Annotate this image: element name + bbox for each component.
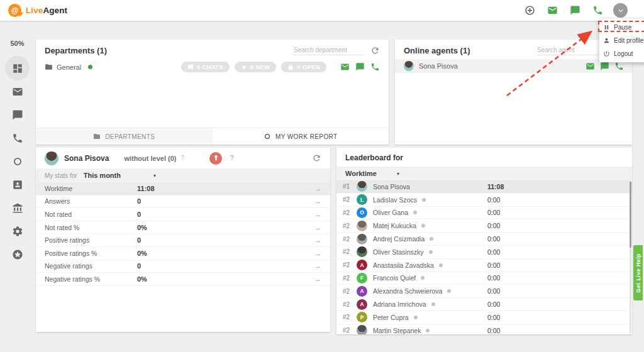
rank-badge — [209, 152, 222, 165]
top-header: @ LiveAgent — [0, 0, 644, 21]
usage-percent: 50% — [10, 40, 24, 47]
sidebar-item-billing[interactable] — [11, 202, 23, 214]
sidebar-item-chats[interactable] — [11, 109, 23, 121]
tab-departments[interactable]: DEPARTMENTS — [36, 128, 213, 145]
status-dot — [439, 263, 443, 267]
chat-icon — [12, 109, 23, 121]
stat-row[interactable]: Positive ratings 0 → — [36, 234, 330, 247]
bottom-tabs: DEPARTMENTS MY WORK REPORT — [36, 128, 389, 145]
menu-item-edit-profile[interactable]: Edit profile — [599, 34, 644, 47]
rank-label: #2 — [343, 327, 357, 334]
work-report-header: Sona Pisova without level (0) ? ? — [36, 148, 330, 168]
search-department-input[interactable] — [294, 45, 364, 55]
leaderboard-row[interactable]: #2 A Anastasiia Zavadska 0:00 — [336, 259, 632, 272]
stat-row[interactable]: Answers 0 → — [36, 195, 330, 209]
stat-value: 0 — [137, 236, 141, 244]
stat-row[interactable]: Not rated % 0% → — [36, 221, 330, 234]
avatar — [357, 325, 367, 334]
sidebar-item-upgrade[interactable] — [11, 248, 23, 260]
rank-label: #1 — [343, 183, 357, 190]
stat-row[interactable]: Negative ratings % 0% → — [36, 273, 330, 286]
menu-item-pause[interactable]: Pause — [599, 21, 644, 34]
badge-label: 0 OPEN — [297, 63, 320, 70]
profile-menu-button[interactable] — [613, 3, 628, 18]
leaderboard-row[interactable]: #2 P Peter Cupra 0:00 — [336, 311, 632, 324]
stat-row[interactable]: Not rated 0 → — [36, 208, 330, 221]
agent-name: Anastasiia Zavadska — [373, 261, 434, 269]
leaderboard-row[interactable]: #1 Sona Pisova 11:08 — [336, 180, 632, 194]
status-dot — [447, 289, 451, 293]
scrollbar-track[interactable] — [630, 182, 631, 334]
new-ticket-button[interactable] — [545, 4, 559, 18]
new-chat-button[interactable] — [568, 4, 582, 18]
status-dot — [414, 316, 418, 319]
menu-item-label: Pause — [614, 24, 631, 31]
sidebar-item-status[interactable] — [11, 155, 23, 167]
leaderboard-row[interactable]: #2 Andrej Csizmadia 0:00 — [336, 233, 632, 246]
email-icon — [547, 5, 558, 16]
online-agent-row[interactable]: Sona Pisova — [395, 59, 632, 73]
sidebar-item-settings[interactable] — [11, 225, 23, 237]
sidebar-item-dashboard[interactable] — [11, 62, 23, 74]
refresh-icon[interactable] — [312, 153, 321, 163]
arrow-right-icon: → — [314, 261, 321, 270]
new-call-button[interactable] — [591, 4, 604, 18]
email-icon[interactable] — [340, 62, 350, 72]
menu-item-logout[interactable]: Logout — [599, 47, 644, 60]
sidebar-item-tickets[interactable] — [11, 85, 23, 97]
scrollbar-thumb[interactable] — [630, 182, 631, 248]
help-icon[interactable]: ? — [181, 155, 185, 162]
leaderboard-row[interactable]: #2 A Alexandra Schweierova 0:00 — [336, 285, 632, 298]
stat-row[interactable]: Negative ratings 0 → — [36, 260, 330, 273]
leaderboard-row[interactable]: #2 F Francois Quief 0:00 — [336, 272, 632, 285]
caret-down-icon[interactable]: ▾ — [397, 171, 399, 177]
rank-label: #2 — [343, 275, 357, 282]
tab-my-work-report[interactable]: MY WORK REPORT — [213, 128, 389, 145]
phone-icon[interactable] — [614, 62, 623, 70]
sidebar-item-calls[interactable] — [11, 132, 23, 144]
ring-icon — [264, 133, 271, 140]
live-help-tab[interactable]: Get Live Help — [633, 245, 643, 300]
chat-icon[interactable] — [600, 62, 609, 70]
phone-icon — [592, 5, 603, 16]
leaderboard-row[interactable]: #2 Matej Kukucka 0:00 — [336, 219, 632, 233]
agent-name: Andrej Csizmadia — [373, 235, 425, 243]
leaderboard-metric-filter: Worktime ▾ — [336, 167, 632, 180]
bank-icon — [12, 202, 23, 214]
status-dot — [430, 237, 433, 241]
status-dot — [421, 276, 425, 280]
metric-select[interactable]: Worktime — [345, 170, 377, 177]
online-agents-panel: Online agents (1) Sona Pisova — [395, 40, 632, 145]
search-agent-input[interactable] — [537, 45, 608, 55]
leaderboard-row[interactable]: #2 O Oliver Gana 0:00 — [336, 207, 632, 220]
status-dot — [413, 211, 417, 214]
count-badge: 0 CHATS — [181, 62, 230, 72]
department-row[interactable]: General 0 CHATS 0 NEW 0 OPEN — [36, 59, 389, 75]
tab-my-work-report-label: MY WORK REPORT — [275, 133, 338, 140]
stat-label: Answers — [45, 197, 70, 205]
leaderboard-row[interactable]: #2 L Ladislav Szocs 0:00 — [336, 194, 632, 207]
refresh-icon[interactable] — [370, 46, 380, 55]
avatar: A — [357, 299, 367, 310]
email-icon[interactable] — [586, 62, 594, 70]
chat-icon[interactable] — [355, 62, 365, 72]
stat-row[interactable]: Worktime 11:08 → — [36, 182, 330, 195]
period-select[interactable]: This month — [84, 172, 121, 179]
sidebar-item-contacts[interactable] — [11, 179, 23, 190]
phone-icon[interactable] — [370, 62, 380, 72]
rank-label: #2 — [343, 248, 357, 255]
liveagent-logo[interactable]: @ LiveAgent — [8, 4, 67, 17]
help-icon[interactable]: ? — [230, 155, 234, 162]
create-new-button[interactable] — [523, 4, 536, 18]
leaderboard-row[interactable]: #2 Martin Stepanek 0:00 — [336, 324, 632, 334]
stat-label: Negative ratings — [45, 262, 92, 270]
chevron-down-icon — [616, 6, 625, 15]
stat-value: 0% — [137, 275, 147, 283]
leaderboard-row[interactable]: #2 Oliver Stasinszky 0:00 — [336, 246, 632, 259]
caret-down-icon[interactable]: ▾ — [153, 173, 156, 179]
status-dot — [426, 329, 430, 333]
arrow-right-icon: → — [314, 210, 321, 219]
stat-row[interactable]: Positive ratings % 0% → — [36, 247, 330, 260]
leaderboard-row[interactable]: #2 A Adriana Imrichova 0:00 — [336, 298, 632, 311]
stat-label: Not rated — [45, 211, 72, 218]
